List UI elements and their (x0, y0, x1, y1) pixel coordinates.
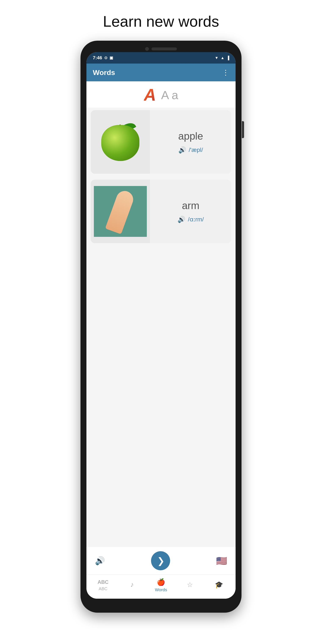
word-image-arm (91, 180, 150, 243)
status-bar: 7:46 ⊙ ▣ ▼ ▲ ▐ (86, 52, 236, 64)
word-phonetic-apple[interactable]: 🔊 /'æpl/ (178, 146, 203, 154)
phonetic-sound-icon-apple: 🔊 (178, 146, 186, 154)
phone-top-bar (86, 47, 236, 51)
arm-shape (105, 188, 136, 234)
page-headline: Learn new words (103, 13, 219, 30)
app-toolbar: Words ⋮ (86, 64, 236, 81)
status-right: ▼ ▲ ▐ (215, 56, 229, 60)
more-menu-button[interactable]: ⋮ (222, 68, 229, 77)
word-info-arm: arm 🔊 /ɑːrm/ (150, 180, 231, 243)
nav-item-words[interactable]: 🍎 Words (150, 578, 172, 592)
letter-display: A a (161, 88, 178, 102)
toolbar-title: Words (93, 68, 115, 77)
phone-shell: 7:46 ⊙ ▣ ▼ ▲ ▐ Words ⋮ A A a (80, 41, 242, 613)
word-card-apple[interactable]: apple 🔊 /'æpl/ (91, 110, 231, 174)
nav-item-abc[interactable]: ABC ABC (92, 579, 114, 591)
arm-drawing (94, 186, 147, 237)
letter-header: A A a (86, 81, 236, 108)
nav-item-music[interactable]: ♪ (122, 581, 142, 590)
nav-item-learn[interactable]: 🎓 (208, 581, 230, 590)
phonetic-text-apple: /'æpl/ (189, 146, 203, 153)
phone-screen: 7:46 ⊙ ▣ ▼ ▲ ▐ Words ⋮ A A a (86, 52, 236, 599)
status-icon-2: ▣ (110, 56, 113, 60)
word-image-apple (91, 110, 150, 174)
bottom-controls: 🔊 ❯ 🇺🇸 (86, 547, 236, 574)
battery-icon: ▐ (226, 56, 229, 60)
nav-icon-learn: 🎓 (215, 581, 223, 589)
camera-dot (145, 47, 149, 51)
wifi-icon: ▼ (215, 56, 218, 60)
phonetic-sound-icon-arm: 🔊 (178, 216, 185, 223)
bottom-nav: ABC ABC ♪ 🍎 Words ☆ 🎓 (86, 574, 236, 599)
speaker-slot (152, 48, 177, 50)
word-info-apple: apple 🔊 /'æpl/ (150, 110, 231, 174)
nav-icon-favorites: ☆ (187, 581, 193, 589)
next-icon: ❯ (157, 556, 164, 566)
nav-item-favorites[interactable]: ☆ (180, 581, 200, 590)
signal-icon: ▲ (220, 56, 224, 60)
word-name-apple: apple (178, 130, 203, 142)
apple-drawing (99, 119, 142, 165)
word-name-arm: arm (182, 200, 200, 212)
status-left: 7:46 ⊙ ▣ (93, 55, 113, 60)
status-time: 7:46 (93, 55, 102, 60)
nav-label-abc: ABC (99, 586, 108, 591)
sound-button[interactable]: 🔊 (95, 556, 105, 566)
nav-label-words: Words (155, 588, 167, 592)
phonetic-text-arm: /ɑːrm/ (188, 216, 204, 223)
next-button[interactable]: ❯ (151, 551, 170, 570)
nav-icon-abc: ABC (98, 579, 108, 585)
nav-icon-words: 🍎 (157, 578, 165, 586)
word-phonetic-arm[interactable]: 🔊 /ɑːrm/ (178, 216, 204, 223)
side-button (242, 121, 244, 138)
letter-icon: A (144, 86, 156, 104)
status-icon-1: ⊙ (104, 56, 108, 60)
nav-icon-music: ♪ (130, 581, 134, 588)
word-card-arm[interactable]: arm 🔊 /ɑːrm/ (91, 180, 231, 243)
language-flag[interactable]: 🇺🇸 (216, 556, 227, 566)
apple-body (101, 125, 140, 161)
